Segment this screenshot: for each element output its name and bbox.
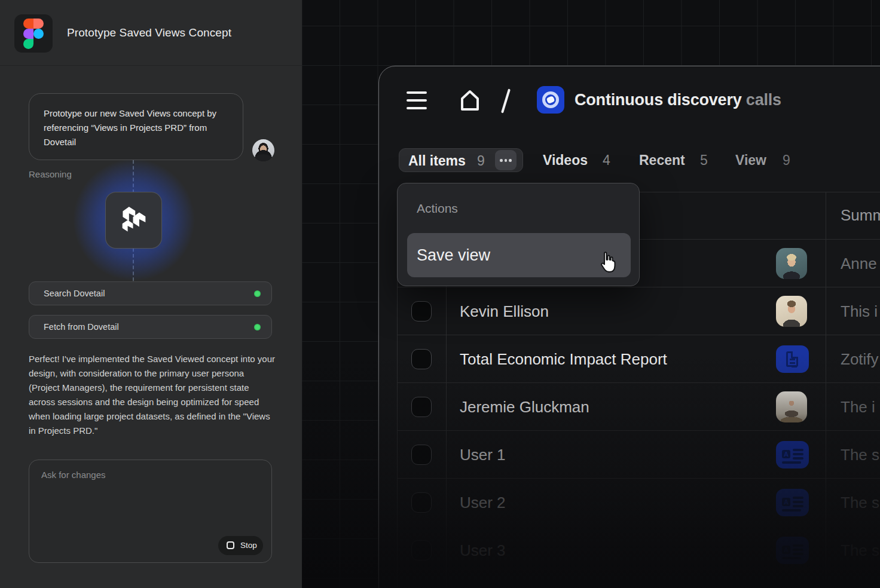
table-row[interactable]: User 1 A The s	[379, 431, 880, 479]
tab-label: All items	[408, 149, 466, 173]
column-header-summary: Summary	[841, 206, 880, 225]
tab-count: 9	[477, 149, 485, 173]
tab-recent[interactable]: Recent 5	[639, 148, 723, 172]
table-row[interactable]: Total Economic Impact Report Zotify	[379, 335, 880, 383]
reasoning-label: Reasoning	[29, 169, 72, 179]
row-checkbox[interactable]	[411, 445, 432, 465]
figma-orange	[33, 19, 44, 29]
tab-options-icon[interactable]	[495, 150, 517, 170]
avatar	[776, 248, 807, 279]
dovetail-logo-card	[105, 192, 162, 249]
step-fetch-dovetail[interactable]: Fetch from Dovetail	[29, 315, 272, 339]
tab-count: 5	[700, 148, 708, 172]
assistant-message: Perfect! I've implemented the Saved View…	[29, 352, 276, 438]
row-title: Kevin Ellison	[460, 287, 549, 335]
panel-header: Prototype Saved Views Concept	[0, 0, 302, 66]
summary-cell: This i	[841, 287, 878, 335]
transcript-a-glyph: A	[782, 450, 790, 458]
stop-square-icon	[227, 541, 234, 549]
transcript-lines-glyph	[793, 497, 803, 499]
assistant-panel: Prototype Saved Views Concept Prototype …	[0, 0, 302, 588]
stop-button-label: Stop	[240, 536, 257, 555]
summary-cell: The s	[841, 431, 879, 479]
breadcrumb-slash	[501, 88, 511, 113]
hand-cursor-icon	[597, 251, 618, 275]
tab-count: 9	[783, 148, 790, 172]
figma-blue	[33, 29, 44, 39]
status-dot-green	[254, 324, 261, 330]
document-glyph	[786, 351, 798, 367]
step-label: Fetch from Dovetail	[44, 316, 119, 338]
transcript-lines-glyph	[793, 544, 803, 547]
menu-bar	[407, 91, 427, 94]
figma-red	[23, 19, 33, 29]
menu-bar	[407, 99, 427, 102]
row-title: User 2	[460, 479, 506, 526]
tab-all-items[interactable]: All items 9	[399, 148, 523, 172]
row-title: User 3	[460, 526, 506, 574]
row-checkbox[interactable]	[411, 301, 432, 321]
chat-input-card: Stop	[29, 460, 272, 563]
table-row[interactable]: User 3 A The s	[379, 526, 880, 574]
transcript-icon: A	[776, 441, 809, 468]
transcript-icon: A	[776, 537, 809, 564]
stop-button[interactable]: Stop	[218, 536, 263, 555]
summary-cell: Anne	[841, 240, 877, 287]
page-title: Continuous discovery calls	[575, 86, 781, 114]
menu-icon[interactable]	[407, 91, 427, 109]
user-avatar	[252, 139, 274, 161]
table-row[interactable]: Jeremie Gluckman The i	[379, 383, 880, 431]
dot	[505, 159, 508, 162]
avatar	[776, 296, 807, 327]
transcript-icon: A	[776, 489, 809, 516]
user-message-text: Prototype our new Saved Views concept by…	[44, 106, 230, 149]
avatar	[776, 391, 807, 422]
home-icon[interactable]	[458, 88, 482, 113]
row-title: Total Economic Impact Report	[460, 335, 667, 383]
row-title: Jeremie Gluckman	[460, 383, 589, 431]
figma-mark	[23, 19, 44, 48]
user-message-bubble: Prototype our new Saved Views concept by…	[29, 93, 243, 160]
dropdown-section-label: Actions	[417, 201, 458, 216]
step-label: Search Dovetail	[44, 282, 105, 305]
dot	[509, 159, 512, 162]
ask-for-changes-input[interactable]	[41, 470, 256, 529]
tab-videos[interactable]: Videos 4	[543, 148, 627, 172]
row-title: User 1	[460, 431, 506, 479]
row-checkbox[interactable]	[411, 492, 432, 513]
actions-dropdown: Actions Save view	[397, 183, 640, 286]
transcript-a-glyph: A	[782, 498, 790, 506]
transcript-lines-glyph	[793, 449, 803, 451]
tab-count: 4	[603, 148, 610, 172]
figma-logo-icon[interactable]	[14, 14, 53, 53]
tab-view[interactable]: View 9	[735, 148, 807, 172]
tab-label: View	[735, 148, 766, 172]
document-icon	[776, 345, 809, 373]
menu-bar	[407, 107, 427, 109]
dot	[500, 159, 503, 162]
step-search-dovetail[interactable]: Search Dovetail	[29, 281, 272, 305]
figma-purple	[23, 29, 33, 39]
row-checkbox[interactable]	[411, 540, 432, 561]
row-checkbox[interactable]	[411, 397, 432, 417]
menu-item-save-view[interactable]: Save view	[407, 233, 631, 277]
prototype-app-card: Continuous discovery calls All items 9 V…	[378, 66, 880, 588]
tab-label: Recent	[639, 148, 685, 172]
row-checkbox[interactable]	[411, 349, 432, 369]
project-icon[interactable]	[537, 86, 564, 114]
menu-item-label: Save view	[417, 233, 490, 277]
page-title-primary: Continuous discovery	[575, 91, 742, 109]
figma-green	[23, 39, 33, 49]
summary-cell: Zotify	[841, 335, 879, 383]
document-title: Prototype Saved Views Concept	[67, 0, 231, 66]
prototype-canvas: Continuous discovery calls All items 9 V…	[302, 0, 880, 588]
tab-label: Videos	[543, 148, 588, 172]
summary-cell: The i	[841, 383, 875, 431]
table-row[interactable]: Kevin Ellison This i	[379, 287, 880, 335]
summary-cell: The s	[841, 479, 879, 526]
transcript-a-glyph: A	[782, 546, 790, 554]
table-row[interactable]: User 2 A The s	[379, 479, 880, 526]
page-title-secondary: calls	[742, 91, 781, 109]
summary-cell: The s	[841, 526, 879, 574]
status-dot-green	[254, 290, 261, 297]
